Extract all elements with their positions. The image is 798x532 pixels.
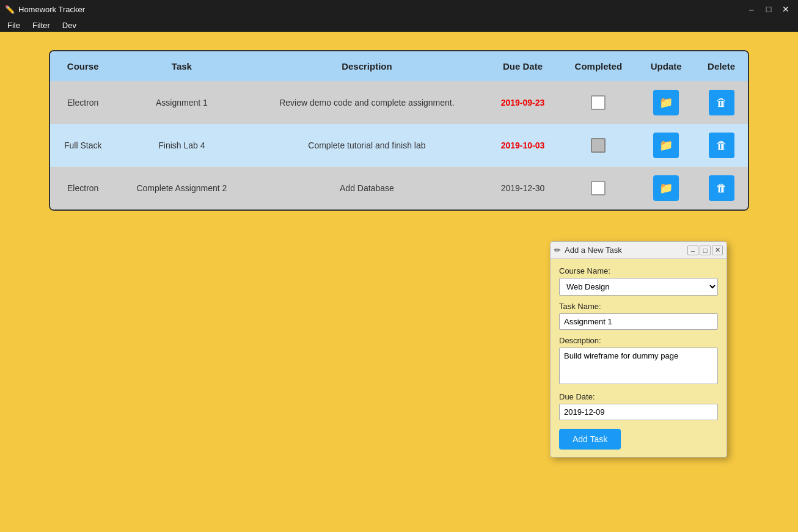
cell-completed[interactable]: [560, 167, 638, 210]
cell-delete[interactable]: 🗑: [695, 124, 748, 167]
due-date-label: Due Date:: [559, 392, 718, 401]
description-input[interactable]: [559, 348, 718, 384]
col-header-task: Task: [115, 51, 247, 81]
title-bar: ✏️ Homework Tracker – □ ✕: [0, 0, 798, 18]
update-button[interactable]: 📁: [653, 175, 679, 201]
table-row: Electron Assignment 1 Review demo code a…: [50, 81, 748, 124]
task-name-label: Task Name:: [559, 302, 718, 311]
col-header-completed: Completed: [560, 51, 638, 81]
cell-description: Review demo code and complete assignment…: [247, 81, 486, 124]
dialog-close-button[interactable]: ✕: [712, 246, 723, 255]
menu-filter[interactable]: Filter: [27, 20, 55, 31]
table-header-row: Course Task Description Due Date Complet…: [50, 51, 748, 81]
cell-due-date: 2019-09-23: [486, 81, 559, 124]
col-header-delete: Delete: [695, 51, 748, 81]
cell-update[interactable]: 📁: [637, 81, 695, 124]
dialog-body: Course Name: Web DesignElectronFull Stac…: [551, 259, 727, 457]
completed-checkbox[interactable]: [591, 181, 606, 195]
maximize-button[interactable]: □: [761, 2, 776, 16]
dialog-title: Add a New Task: [565, 246, 622, 255]
cell-delete[interactable]: 🗑: [695, 81, 748, 124]
table-row: Electron Complete Assignment 2 Add Datab…: [50, 167, 748, 210]
menu-file[interactable]: File: [2, 20, 25, 31]
cell-course: Electron: [50, 167, 115, 210]
cell-delete[interactable]: 🗑: [695, 167, 748, 210]
menu-bar: File Filter Dev: [0, 18, 798, 32]
delete-button[interactable]: 🗑: [709, 90, 734, 115]
trash-icon: 🗑: [716, 97, 727, 109]
col-header-update: Update: [637, 51, 695, 81]
trash-icon: 🗑: [716, 182, 727, 195]
menu-dev[interactable]: Dev: [57, 20, 81, 31]
dialog-maximize-button[interactable]: □: [700, 246, 711, 255]
col-header-due-date: Due Date: [486, 51, 559, 81]
folder-icon: 📁: [659, 96, 673, 109]
task-name-input[interactable]: [559, 313, 718, 330]
dialog-controls: – □ ✕: [687, 246, 723, 255]
title-bar-controls: – □ ✕: [744, 2, 793, 16]
cell-description: Complete tutorial and finish lab: [247, 124, 486, 167]
folder-icon: 📁: [659, 139, 673, 152]
folder-icon: 📁: [659, 181, 673, 195]
cell-completed[interactable]: [560, 124, 638, 167]
due-date-input[interactable]: [559, 404, 718, 420]
task-table-container: Course Task Description Due Date Complet…: [49, 50, 749, 211]
completed-checkbox[interactable]: [591, 95, 606, 110]
cell-due-date: 2019-12-30: [486, 167, 559, 210]
table-row: Full Stack Finish Lab 4 Complete tutoria…: [50, 124, 748, 167]
dialog-title-bar: Add a New Task – □ ✕: [551, 242, 727, 259]
main-content: Course Task Description Due Date Complet…: [0, 32, 798, 532]
cell-course: Full Stack: [50, 124, 115, 167]
cell-task: Complete Assignment 2: [115, 167, 247, 210]
cell-description: Add Database: [247, 167, 486, 210]
dialog-minimize-button[interactable]: –: [687, 246, 698, 255]
app-title: Homework Tracker: [18, 5, 85, 14]
course-name-select[interactable]: Web DesignElectronFull Stack: [559, 278, 718, 296]
update-button[interactable]: 📁: [653, 133, 679, 158]
cell-completed[interactable]: [560, 81, 638, 124]
cell-task: Assignment 1: [115, 81, 247, 124]
delete-button[interactable]: 🗑: [709, 175, 734, 201]
close-button[interactable]: ✕: [778, 2, 793, 16]
add-task-button[interactable]: Add Task: [559, 429, 621, 450]
cell-course: Electron: [50, 81, 115, 124]
add-task-dialog: Add a New Task – □ ✕ Course Name: Web De…: [550, 241, 727, 457]
dialog-pencil-icon: [554, 246, 561, 255]
col-header-course: Course: [50, 51, 115, 81]
task-table: Course Task Description Due Date Complet…: [50, 51, 748, 210]
cell-update[interactable]: 📁: [637, 124, 695, 167]
trash-icon: 🗑: [716, 139, 727, 152]
col-header-description: Description: [247, 51, 486, 81]
cell-due-date: 2019-10-03: [486, 124, 559, 167]
description-label: Description:: [559, 336, 718, 345]
app-icon: ✏️: [5, 5, 15, 14]
course-name-label: Course Name:: [559, 266, 718, 275]
delete-button[interactable]: 🗑: [709, 133, 734, 158]
completed-checkbox[interactable]: [591, 138, 606, 153]
cell-update[interactable]: 📁: [637, 167, 695, 210]
update-button[interactable]: 📁: [653, 90, 679, 115]
minimize-button[interactable]: –: [744, 2, 759, 16]
cell-task: Finish Lab 4: [115, 124, 247, 167]
